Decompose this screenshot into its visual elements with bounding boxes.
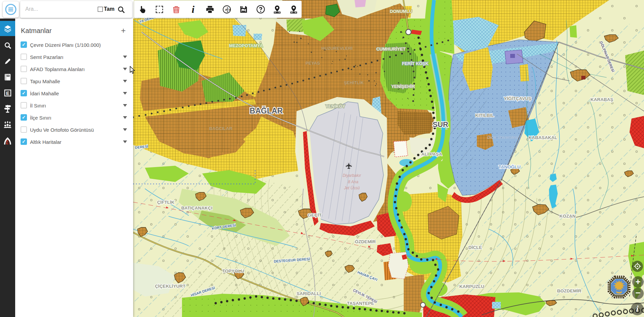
svg-text:TANOĞLU: TANOĞLU (498, 164, 521, 169)
svg-text:4: 4 (229, 8, 231, 11)
svg-text:ÖZDEMİR: ÖZDEMİR (355, 239, 376, 244)
svg-text:Jet Üssü: Jet Üssü (344, 186, 360, 190)
svg-text:E: E (6, 90, 9, 96)
svg-text:BOZDEMİR: BOZDEMİR (557, 288, 581, 293)
svg-text:ÇİFTLİK: ÇİFTLİK (157, 200, 175, 205)
svg-text:ALİ PAŞA: ALİ PAŞA (421, 152, 442, 157)
svg-text:8 Ana: 8 Ana (348, 180, 359, 184)
svg-text:TOPYOLU: TOPYOLU (222, 268, 244, 274)
svg-text:PEYAS: PEYAS (306, 61, 320, 66)
svg-text:HUZUREVLERİ: HUZUREVLERİ (321, 46, 352, 51)
svg-text:Dicle Üniversitesi: Dicle Üniversitesi (487, 135, 518, 140)
svg-text:BAĞCILAR: BAĞCILAR (209, 126, 233, 131)
svg-text:SUR: SUR (433, 120, 449, 129)
svg-text:TAŞANTEPE: TAŞANTEPE (347, 301, 374, 306)
svg-text:DİYARBAKIR: DİYARBAKIR (615, 294, 623, 295)
svg-text:ŞEHİTLİK: ŞEHİTLİK (344, 80, 364, 85)
svg-text:DONUMLU: DONUMLU (390, 9, 412, 14)
svg-text:Diyarbakır: Diyarbakır (343, 173, 362, 178)
svg-text:BATIÇANAKÇI: BATIÇANAKÇI (181, 205, 213, 211)
svg-text:FERİT KÖŞK: FERİT KÖŞK (402, 61, 429, 66)
svg-text:5: 5 (227, 7, 228, 10)
svg-text:DİCLE: DİCLE (468, 245, 482, 250)
svg-text:ÇİÇEKLİYURT: ÇİÇEKLİYURT (155, 284, 186, 289)
svg-text:YENİKÖY: YENİKÖY (326, 104, 345, 109)
svg-text:KOZAN: KOZAN (559, 214, 576, 219)
svg-text:KITILBIL: KITILBIL (475, 113, 494, 118)
svg-text:GEÇİT: GEÇİT (308, 213, 322, 218)
svg-text:KARABAŞ: KARABAŞ (590, 97, 613, 102)
svg-text:MEZOPOTAMYA: MEZOPOTAMYA (229, 43, 263, 48)
svg-text:SARIDALLI: SARIDALLI (297, 291, 321, 296)
svg-text:BAĞLAR: BAĞLAR (250, 106, 283, 115)
svg-text:KARPUZLU: KARPUZLU (459, 284, 484, 289)
svg-text:3: 3 (227, 10, 228, 13)
svg-text:YİĞİTÇAVUŞ: YİĞİTÇAVUŞ (504, 96, 531, 101)
svg-text:KABASAKAL: KABASAKAL (528, 135, 557, 140)
svg-text:CUMHURİYET: CUMHURİYET (376, 46, 406, 52)
svg-text:YENİŞEHİR: YENİŞEHİR (391, 84, 415, 89)
